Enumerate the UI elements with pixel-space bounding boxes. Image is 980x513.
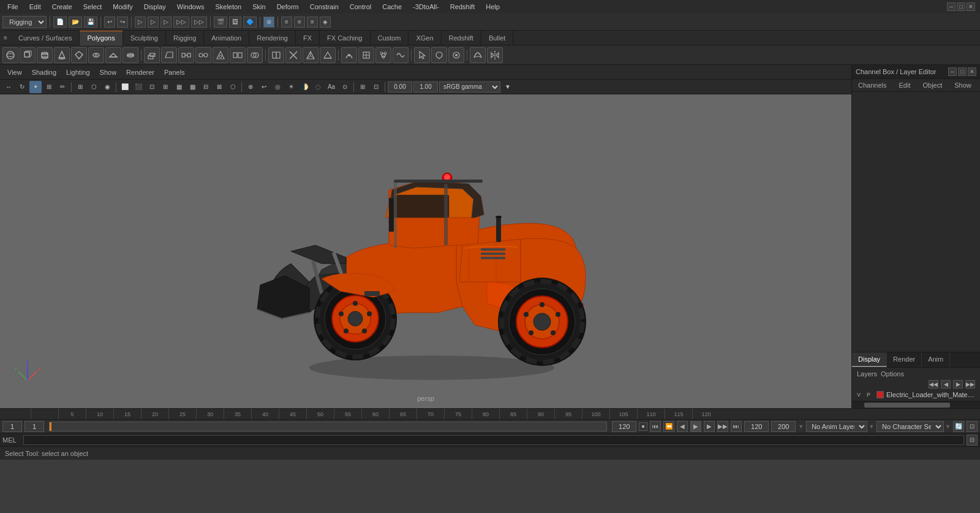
menu-windows[interactable]: Windows — [172, 2, 209, 12]
vp-light-btn[interactable]: ☀ — [285, 81, 297, 93]
cb-tab-edit[interactable]: Edit — [892, 79, 916, 91]
cylinder-btn[interactable] — [37, 47, 53, 63]
misc-btn1[interactable]: ≡ — [281, 17, 292, 28]
vp-cam3-btn[interactable]: ⊡ — [146, 81, 158, 93]
combine-btn[interactable] — [213, 47, 228, 63]
play-next-frame-btn[interactable]: ▶ — [704, 421, 715, 432]
tab-rigging[interactable]: Rigging — [166, 31, 204, 45]
scene-area[interactable]: X Y Z persp — [0, 94, 851, 408]
play-step-back-btn[interactable]: ⏪ — [663, 421, 674, 432]
misc-btn2[interactable]: ≡ — [294, 17, 305, 28]
save-file-btn[interactable]: 💾 — [84, 17, 97, 28]
torus-btn[interactable] — [88, 47, 104, 63]
anim-layer-select[interactable]: No Anim Layer — [806, 421, 867, 432]
viewport-show-menu[interactable]: Show — [96, 67, 121, 77]
vp-cam6-btn[interactable]: ▩ — [186, 81, 198, 93]
vp-isolate-btn[interactable]: ⊕ — [244, 81, 257, 93]
vp-cam9-btn[interactable]: ⬡ — [227, 81, 239, 93]
tab-redshift[interactable]: Redshift — [442, 31, 481, 45]
vp-cam7-btn[interactable]: ⊟ — [200, 81, 212, 93]
menu-3dtall[interactable]: -3DtoAll- — [408, 2, 444, 12]
app-close-btn[interactable]: ✕ — [967, 2, 975, 11]
char-set-btn1[interactable]: 🔄 — [953, 421, 964, 432]
vp-wire-btn[interactable]: ⬡ — [88, 81, 100, 93]
scrollbar-thumb[interactable] — [864, 403, 950, 408]
transform-btn2[interactable]: ▷ — [148, 17, 159, 28]
layer-vp-v[interactable]: V — [857, 392, 864, 398]
disk-btn[interactable] — [123, 47, 138, 63]
play-goto-end-btn[interactable]: ⏭ — [731, 421, 742, 432]
menu-create[interactable]: Create — [47, 2, 77, 12]
layer-arrow-next[interactable]: ▶ — [953, 380, 963, 389]
cb-tab-object[interactable]: Object — [916, 79, 948, 91]
vp-grid-btn[interactable]: ⊞ — [74, 81, 86, 93]
transform-btn1[interactable]: ▷ — [135, 17, 146, 28]
rb-tab-render[interactable]: Render — [887, 352, 922, 367]
mel-input[interactable] — [23, 435, 964, 445]
vp-cam1-btn[interactable]: ⬜ — [119, 81, 131, 93]
transform-btn5[interactable]: ▷▷ — [191, 17, 207, 28]
diamond-btn[interactable] — [71, 47, 87, 63]
lattice-btn[interactable] — [358, 47, 374, 63]
rb-tab-anim[interactable]: Anim — [922, 352, 950, 367]
menu-deform[interactable]: Deform — [272, 2, 304, 12]
vp-cam2-btn[interactable]: ⬛ — [132, 81, 145, 93]
tab-fx[interactable]: FX — [296, 31, 320, 45]
plane-btn[interactable] — [105, 47, 121, 63]
multi-cut-btn[interactable] — [285, 47, 301, 63]
menu-modify[interactable]: Modify — [108, 2, 137, 12]
timeline-start-frame[interactable] — [2, 421, 22, 432]
vp-dof-btn[interactable]: ⊙ — [339, 81, 351, 93]
timeline-end-frame[interactable] — [744, 421, 769, 432]
play-step-fwd-btn[interactable]: ▶▶ — [717, 421, 728, 432]
bridge-btn[interactable] — [178, 47, 194, 63]
timeline-current-frame-left[interactable] — [24, 421, 44, 432]
timeline-progress[interactable] — [49, 422, 607, 431]
viewport-renderer-menu[interactable]: Renderer — [123, 67, 158, 77]
viewport-view-menu[interactable]: View — [4, 67, 26, 77]
color-space-select[interactable]: sRGB gamma — [439, 82, 500, 93]
layers-options[interactable]: Options — [881, 370, 904, 378]
misc-btn3[interactable]: ≡ — [307, 17, 318, 28]
cb-tab-show[interactable]: Show — [948, 79, 978, 91]
merge-btn[interactable] — [195, 47, 211, 63]
bevel-btn[interactable] — [161, 47, 177, 63]
panel-close-btn[interactable]: ✕ — [968, 67, 976, 76]
vp-cam4-btn[interactable]: ⊞ — [159, 81, 172, 93]
vp-xray-btn[interactable]: ◎ — [271, 81, 284, 93]
tab-bar-icon[interactable]: ≡ — [0, 32, 11, 44]
timeline-total-frame[interactable] — [771, 421, 796, 432]
play-goto-start-btn[interactable]: ⏮ — [650, 421, 661, 432]
tab-sculpting[interactable]: Sculpting — [123, 31, 166, 45]
vp-snap-btn[interactable]: ⊞ — [43, 81, 55, 93]
wedge-btn[interactable] — [320, 47, 336, 63]
menu-redshift[interactable]: Redshift — [445, 2, 480, 12]
tab-fx-caching[interactable]: FX Caching — [320, 31, 370, 45]
menu-file[interactable]: File — [2, 2, 23, 12]
vp-ssao-btn[interactable]: ◌ — [312, 81, 324, 93]
mode-select[interactable]: Rigging — [2, 16, 47, 28]
vp-shade-btn[interactable]: ◉ — [101, 81, 113, 93]
cluster-btn[interactable] — [375, 47, 391, 63]
tab-polygons[interactable]: Polygons — [80, 31, 123, 45]
char-set-btn2[interactable]: ⊡ — [967, 421, 978, 432]
smooth-btn[interactable] — [470, 47, 486, 63]
new-file-btn[interactable]: 📄 — [53, 17, 67, 28]
viewport[interactable]: View Shading Lighting Show Renderer Pane… — [0, 65, 851, 408]
gamma-input[interactable] — [388, 82, 412, 93]
tab-curves-surfaces[interactable]: Curves / Surfaces — [11, 31, 80, 45]
cone-btn[interactable] — [54, 47, 70, 63]
misc-btn4[interactable]: ◈ — [320, 17, 331, 28]
redo-btn[interactable]: ↪ — [117, 17, 128, 28]
layers-label[interactable]: Layers — [857, 370, 877, 378]
vp-gate-btn[interactable]: ⊡ — [370, 81, 382, 93]
color-space-settings-btn[interactable]: ▼ — [502, 81, 514, 93]
render-btn[interactable]: 🖼 — [229, 17, 241, 28]
vp-hud-btn[interactable]: ⊞ — [356, 81, 369, 93]
insert-loop-btn[interactable] — [268, 47, 284, 63]
layer-entry[interactable]: V P Electric_Loader_with_Material_l — [854, 390, 978, 400]
layer-arrow-prev[interactable]: ◀ — [941, 380, 951, 389]
snap-snap-btn[interactable]: ⊕ — [263, 17, 274, 28]
poke-btn[interactable] — [303, 47, 318, 63]
menu-skin[interactable]: Skin — [247, 2, 270, 12]
